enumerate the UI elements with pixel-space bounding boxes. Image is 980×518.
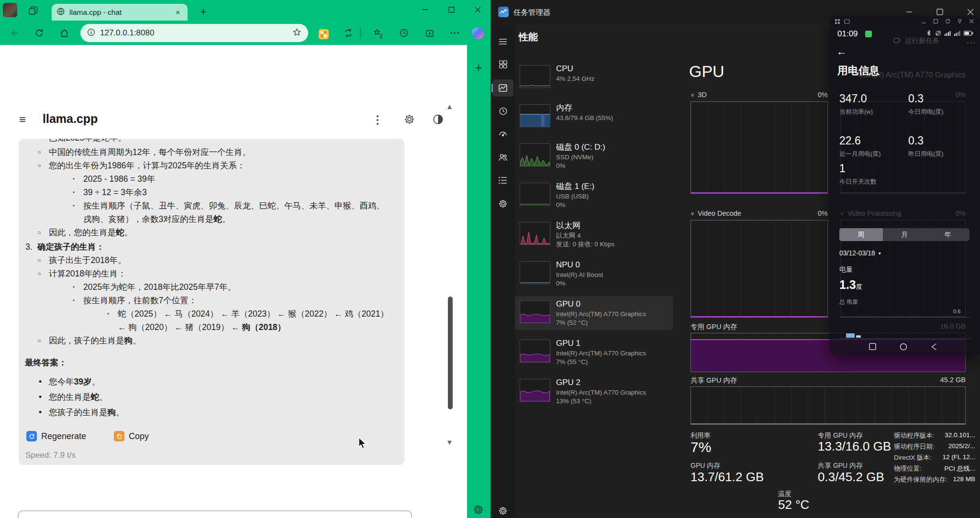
sidebar-item-users[interactable] xyxy=(498,153,508,162)
page-title: llama.cpp xyxy=(43,112,98,126)
back-button[interactable] xyxy=(8,26,21,40)
menu-button[interactable]: ≡ xyxy=(19,113,26,126)
window-maximize-button[interactable] xyxy=(441,2,461,17)
battery-icon xyxy=(964,31,973,36)
tab-actions-icon[interactable] xyxy=(28,6,38,18)
favorite-star-icon[interactable] xyxy=(292,28,301,39)
sidebar-item-performance[interactable] xyxy=(498,83,508,93)
tab-llama-cpp[interactable]: llama.cpp - chat × xyxy=(52,4,188,21)
regenerate-icon xyxy=(26,431,37,441)
perf-item-gpu1[interactable]: GPU 1Intel(R) Arc(TM) A770 Graphics7% (5… xyxy=(515,335,673,369)
chat-line: ▪2025 - 1986 = 39年 xyxy=(19,172,404,186)
chart-baseline xyxy=(839,338,970,339)
phone-toolbar-window-icon xyxy=(844,19,850,24)
perf-item-npu0[interactable]: NPU 0Intel(R) AI Boost0% xyxy=(515,257,673,291)
window-close-button[interactable] xyxy=(468,2,488,17)
perf-item-cpu[interactable]: CPU4% 2.54 GHz xyxy=(515,61,673,91)
rail-add-button[interactable]: + xyxy=(471,60,486,75)
settings-gear-icon[interactable] xyxy=(404,114,415,127)
window-minimize-button[interactable] xyxy=(415,2,435,17)
llama-cpp-page: ≡ llama.cpp 已知2025年是蛇年。 ○中国的传统生肖周期为12年，每… xyxy=(0,45,467,518)
chart-gridline xyxy=(839,317,970,318)
phone-toolbar[interactable] xyxy=(835,19,850,24)
phone-toolbar-controls[interactable] xyxy=(921,19,974,24)
tab-close-icon[interactable]: × xyxy=(173,7,183,17)
sidebar-item-services[interactable] xyxy=(498,199,508,209)
bullet-icon: • xyxy=(35,375,45,388)
sync-icon[interactable] xyxy=(342,26,355,40)
chat-line: ▪2025年为蛇年，2018年比2025年早7年。 xyxy=(19,280,404,294)
stat-today-usage-label: 今日用电(度) xyxy=(908,108,944,116)
scrollbar-thumb[interactable] xyxy=(448,297,453,409)
sidebar-item-details[interactable] xyxy=(498,176,508,185)
home-button[interactable] xyxy=(57,26,71,40)
energy-bar-small xyxy=(856,335,861,338)
tab-year[interactable]: 年 xyxy=(926,228,969,241)
phone-minimize-icon xyxy=(921,19,926,24)
perf-item-ethernet[interactable]: 以太网以太网 4发送: 0 接收: 0 Kbps xyxy=(515,218,673,252)
gpu-memory-value: 13.7/61.2 GB xyxy=(690,470,764,485)
perf-item-gpu2[interactable]: GPU 2Intel(R) Arc(TM) A770 Graphics13% (… xyxy=(515,375,673,408)
bullet-icon: • xyxy=(35,390,45,404)
tab-week[interactable]: 周 xyxy=(839,228,883,241)
scroll-down-button[interactable]: ▼ xyxy=(446,438,453,446)
signal-bars-icon xyxy=(945,31,951,36)
nav-home-button[interactable] xyxy=(900,343,907,353)
url-bar[interactable]: 127.0.0.1:8080 xyxy=(80,24,308,42)
more-options-icon[interactable] xyxy=(376,115,379,127)
theme-toggle-icon[interactable] xyxy=(433,114,444,127)
tab-month[interactable]: 月 xyxy=(883,228,926,241)
favorites-icon[interactable] xyxy=(371,26,385,40)
perf-item-gpu0[interactable]: GPU 0Intel(R) Arc(TM) A770 Graphics7% (5… xyxy=(515,296,673,330)
collections-icon[interactable] xyxy=(423,26,436,40)
disk1-mini-graph xyxy=(520,183,550,206)
gpu-memory-label: GPU 内存 xyxy=(690,462,720,470)
total-energy: 1.3度 xyxy=(839,278,862,292)
new-tab-button[interactable]: + xyxy=(196,5,211,19)
browser-app-icon[interactable] xyxy=(3,3,17,17)
copilot-icon[interactable] xyxy=(472,27,484,39)
chat-line: 3.确定孩子的生肖： xyxy=(19,240,404,253)
sidebar-item-app-history[interactable] xyxy=(498,106,508,116)
bullet-icon: ▪ xyxy=(68,186,79,199)
refresh-button[interactable] xyxy=(33,26,46,40)
copy-button[interactable]: Copy xyxy=(114,431,149,441)
chat-line: ▪按生肖顺序（子鼠、丑牛、寅虎、卯兔、辰龙、巳蛇、午马、未羊、申猴、酉鸡、戌狗、… xyxy=(19,199,404,226)
more-menu-button[interactable] xyxy=(448,26,461,40)
section-3d-label[interactable]: ∨3D xyxy=(690,91,707,99)
perf-item-disk0[interactable]: 磁盘 0 (C: D:)SSD (NVMe)0% xyxy=(515,139,673,173)
perf-item-disk1[interactable]: 磁盘 1 (E:)USB (USB)0% xyxy=(515,178,673,212)
gpu0-mini-graph xyxy=(520,300,550,323)
mute-icon xyxy=(935,31,941,36)
nav-menu-icon[interactable] xyxy=(498,37,508,46)
speed-label: Speed: 7.9 t/s xyxy=(25,451,76,460)
temperature-value: 52 °C xyxy=(778,497,809,512)
date-range-selector[interactable]: 03/12-03/18▾ xyxy=(839,249,881,257)
section-video-decode-label[interactable]: ∨Video Decode xyxy=(690,209,741,217)
regenerate-button[interactable]: Regenerate xyxy=(26,431,86,441)
nav-back-button[interactable] xyxy=(931,343,937,353)
shared-memory-max: 45.2 GB xyxy=(940,376,966,384)
chat-line: ○因此，您的生肖是蛇。 xyxy=(19,226,404,239)
signal-bars2-icon xyxy=(954,31,960,36)
url-text[interactable]: 127.0.0.1:8080 xyxy=(100,28,292,38)
site-info-icon[interactable] xyxy=(87,28,95,38)
phone-back-button[interactable]: ← xyxy=(836,45,847,58)
extension-icon[interactable] xyxy=(317,27,330,41)
sidebar-item-processes[interactable] xyxy=(498,59,508,69)
memory-mini-graph xyxy=(520,104,550,127)
browser-window: llama.cpp - chat × + 127.0.0.1:8080 xyxy=(0,0,490,518)
bullet-icon: ▪ xyxy=(68,294,79,307)
history-icon[interactable] xyxy=(397,26,411,40)
energy-bar xyxy=(846,333,855,338)
scroll-up-button[interactable]: ▲ xyxy=(446,102,453,110)
chat-line: •您今年39岁。 xyxy=(19,375,404,388)
nav-recents-button[interactable] xyxy=(869,343,876,352)
shared-stat-value: 0.3/45.2 GB xyxy=(818,470,884,485)
rail-settings-icon[interactable] xyxy=(473,504,484,517)
perf-item-memory[interactable]: 内存43.6/79.4 GB (55%) xyxy=(515,100,673,130)
taskmgr-settings-icon[interactable] xyxy=(498,506,508,516)
phone-close-icon xyxy=(969,19,974,24)
message-input[interactable] xyxy=(19,511,411,518)
sidebar-item-startup-apps[interactable] xyxy=(498,129,508,138)
